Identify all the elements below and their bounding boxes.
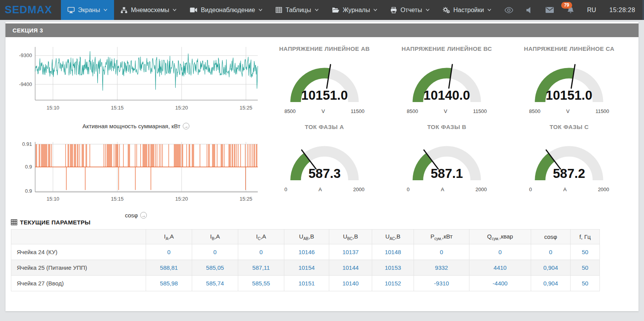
cell-value[interactable]: 0,904 (531, 276, 571, 291)
cell-value[interactable]: -9310 (414, 276, 469, 291)
svg-text:-9400: -9400 (19, 81, 32, 87)
gauge-value: 10151.0 (546, 88, 592, 102)
gauge-0: НАПРЯЖЕНИЕ ЛИНЕЙНОЕ АВ10151.08500V11500 (263, 45, 385, 114)
main-menu: ЭкраныМнемосхемыВидеонаблюдениеТаблицыЖу… (61, 0, 498, 20)
gauge-value: 587.3 (308, 166, 341, 181)
column-header: cosφ (531, 230, 571, 244)
table-grid-icon (11, 219, 17, 225)
cell-value[interactable]: 10140 (329, 276, 372, 291)
cell-value[interactable]: 9332 (414, 260, 469, 276)
cell-value[interactable]: 10151 (284, 276, 329, 291)
open-power-chart-icon[interactable]: → (183, 123, 189, 129)
notifications-bell-icon[interactable]: 79 (560, 0, 581, 20)
cell-value[interactable]: 0 (192, 244, 238, 260)
cell-value[interactable]: 588,81 (146, 260, 192, 276)
gears-icon (443, 7, 450, 13)
speaker-mute-icon[interactable] (520, 0, 539, 20)
cell-value[interactable]: 10152 (372, 276, 414, 291)
gauge-min: 0 (529, 187, 532, 192)
current-parameters-section: ТЕКУЩИЕ ПАРАМЕТРЫ IA,АIB,АIC,АUАВ,ВUВС,В… (11, 219, 632, 291)
gauge-max: 11500 (351, 108, 364, 114)
cell-value[interactable]: 10144 (329, 260, 372, 276)
gauge-scale-labels: 0A2000 (284, 187, 364, 192)
gauge-max: 11500 (473, 108, 487, 114)
gauge-scale-labels: 8500V11500 (529, 108, 609, 114)
cell-value[interactable]: 50 (571, 260, 600, 276)
gauge-scale-labels: 8500V11500 (407, 108, 487, 114)
column-header: UАВ,В (284, 230, 329, 244)
cell-value[interactable]: 0 (469, 244, 531, 260)
cell-value[interactable]: 10146 (284, 244, 329, 260)
chevron-down-icon (315, 9, 319, 11)
menu-item-journals[interactable]: Журналы (325, 0, 384, 20)
gauge-5: ТОК ФАЗЫ С587.20A2000 (508, 124, 630, 192)
menu-item-video[interactable]: Видеонаблюдение (183, 0, 269, 20)
gauge-max: 11500 (596, 108, 609, 114)
gauge-value: 587.2 (553, 166, 585, 181)
cell-value[interactable]: 0 (531, 244, 571, 260)
cell-value[interactable]: 587,11 (238, 260, 284, 276)
gauge-max: 2000 (598, 187, 609, 192)
user-menu-chevron[interactable] (642, 0, 644, 20)
chevron-down-icon (426, 9, 430, 11)
gauge-arc: 10151.0 (280, 56, 369, 108)
svg-text:15:10: 15:10 (46, 196, 59, 202)
gauge-unit: A (441, 187, 444, 192)
gauge-scale-labels: 0A2000 (407, 187, 487, 192)
cell-value[interactable]: 10148 (372, 244, 414, 260)
gauge-unit: V (444, 108, 448, 114)
messages-envelope-icon[interactable] (539, 0, 560, 20)
current-parameters-table: IA,АIB,АIC,АUАВ,ВUВС,ВUАС,ВPсум.,кВтQсум… (11, 229, 600, 291)
cell-value[interactable]: 10153 (372, 260, 414, 276)
menu-item-mnemo[interactable]: Мнемосхемы (114, 0, 183, 20)
column-header: Pсум.,кВт (414, 230, 469, 244)
gauge-value: 10151.0 (301, 88, 348, 102)
folder-icon (332, 7, 339, 13)
navbar-right: 79 RU 15:28:28 (498, 0, 644, 20)
cell-value[interactable]: 0 (414, 244, 469, 260)
gauge-arc: 10140.0 (402, 56, 492, 108)
svg-text:15:20: 15:20 (175, 105, 188, 111)
gauge-2: НАПРЯЖЕНИЕ ЛИНЕЙНОЕ СА10151.08500V11500 (508, 45, 630, 114)
svg-text:15:25: 15:25 (240, 105, 253, 111)
sedmax-logo: SEDMAX (0, 0, 61, 20)
cell-value[interactable]: 585,98 (146, 276, 192, 291)
printer-icon (391, 7, 397, 13)
menu-item-screens[interactable]: Экраны (61, 0, 114, 20)
gauge-scale-labels: 8500V11500 (284, 108, 364, 114)
cell-value[interactable]: 0,904 (531, 260, 571, 276)
cell-value[interactable]: 50 (571, 244, 600, 260)
svg-text:15:20: 15:20 (175, 196, 188, 202)
open-cos-phi-chart-icon[interactable]: → (140, 212, 147, 219)
cell-value[interactable]: 0 (146, 244, 192, 260)
menu-item-label: Экраны (78, 7, 100, 14)
gauge-1: НАПРЯЖЕНИЕ ЛИНЕЙНОЕ ВС10140.08500V11500 (385, 45, 508, 114)
gauge-value: 587.1 (431, 166, 463, 181)
language-selector[interactable]: RU (581, 7, 602, 14)
cell-value[interactable]: -4400 (469, 276, 531, 291)
row-name-column-header (11, 230, 146, 244)
cell-value[interactable]: 4410 (469, 260, 531, 276)
monitor-icon (68, 7, 75, 13)
menu-item-label: Настройки (453, 7, 484, 14)
column-header: IB,А (192, 230, 238, 244)
eye-icon[interactable] (498, 0, 520, 20)
gauge-min: 8500 (407, 108, 418, 114)
menu-item-reports[interactable]: Отчеты (384, 0, 436, 20)
notifications-count-badge: 79 (561, 2, 572, 9)
table-row: Ячейка 24 (КУ)00010146101371014800050 (11, 244, 600, 260)
cell-value[interactable]: 585,05 (192, 260, 238, 276)
cell-value[interactable]: 585,55 (238, 276, 284, 291)
dashboard-panel: СЕКЦИЯ 3 15:1015:1515:2015:25-9300-9400 … (5, 22, 639, 311)
cell-value[interactable]: 10137 (329, 244, 372, 260)
cell-value[interactable]: 585,74 (192, 276, 238, 291)
gauge-title: НАПРЯЖЕНИЕ ЛИНЕЙНОЕ АВ (279, 45, 370, 52)
menu-item-settings[interactable]: Настройки (436, 0, 498, 20)
cos-phi-chart-title: cosφ → (7, 212, 265, 219)
gauge-arc: 587.3 (280, 134, 369, 186)
menu-item-tables[interactable]: Таблицы (269, 0, 325, 20)
cell-value[interactable]: 0 (238, 244, 284, 260)
cell-value[interactable]: 10154 (284, 260, 329, 276)
svg-text:15:25: 15:25 (240, 196, 253, 202)
cell-value[interactable]: 50 (571, 276, 600, 291)
